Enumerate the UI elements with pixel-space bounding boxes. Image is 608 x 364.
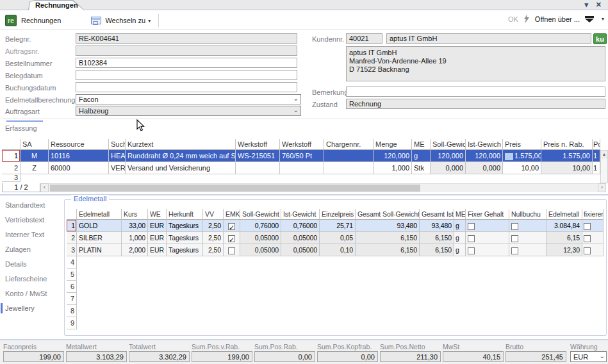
cell-we[interactable]: EUR <box>148 232 167 244</box>
edelmetall-row[interactable]: 1 GOLD 33,00 EUR Tageskurs 2,50 0,76000 … <box>67 220 604 232</box>
cell-metal[interactable]: PLATIN <box>77 244 122 256</box>
ku-button[interactable]: ku <box>593 33 607 44</box>
scroll-left-icon[interactable]: ‹ <box>40 183 49 192</box>
empty-row[interactable]: 4 <box>67 256 604 269</box>
erfassung-row[interactable]: 1 M 10116 HEA Runddraht Ø 0,24 mm weich … <box>2 150 600 162</box>
emk-checkbox[interactable] <box>228 223 235 230</box>
cell-gesamt-soll[interactable]: 93,480 <box>356 220 420 232</box>
cell-me[interactable]: g <box>412 150 431 162</box>
cell-metal[interactable]: GOLD <box>77 220 122 232</box>
row-number-cell[interactable]: 1 <box>2 150 21 162</box>
emk-checkbox[interactable] <box>228 235 235 242</box>
lightning-icon[interactable] <box>523 14 530 24</box>
cell-edelmetall-wert[interactable]: 6,15 <box>546 232 582 244</box>
cell-einzelpreis[interactable]: 0,05 <box>320 232 356 244</box>
erfassung-row[interactable]: 2 Z 60000 VER Versand und Versicherung 1… <box>2 162 600 174</box>
cell-werkstoff2[interactable] <box>280 162 324 174</box>
fixieren-checkbox[interactable] <box>584 223 591 230</box>
empty-row[interactable]: 5 <box>67 269 604 281</box>
nullbuchung-checkbox[interactable] <box>511 235 518 242</box>
cell-menge[interactable]: 1,000 <box>374 162 412 174</box>
cell-vv[interactable]: 2,50 <box>203 232 224 244</box>
cell-herkunft[interactable]: Tageskurs <box>167 244 203 256</box>
cell-einzelpreis[interactable]: 25,71 <box>320 220 356 232</box>
tab-rechnungen-label[interactable]: Rechnungen <box>35 1 78 9</box>
row-number-cell[interactable]: 3 <box>67 244 77 256</box>
fixer-gehalt-checkbox[interactable] <box>468 235 475 242</box>
cell-ist-gewicht[interactable]: 120,000 <box>466 150 503 162</box>
cell-we[interactable]: EUR <box>148 220 167 232</box>
empty-row[interactable]: 9 <box>67 317 604 329</box>
emk-checkbox[interactable] <box>228 247 235 254</box>
erfassung-section-label[interactable]: Erfassung <box>5 124 37 132</box>
cell-preis[interactable]: 10,00 <box>503 162 541 174</box>
cell-gesamt-ist[interactable]: 6,150 <box>420 244 454 256</box>
horizontal-scrollbar[interactable] <box>49 183 598 192</box>
sidebar-item[interactable]: Lieferscheine <box>5 274 47 284</box>
cell-einzelpreis[interactable]: 0,10 <box>320 244 356 256</box>
cell-kurztext[interactable]: Versand und Versicherung <box>126 162 236 174</box>
cell-sa[interactable]: M <box>21 150 49 162</box>
scrollbar-thumb[interactable] <box>50 185 420 192</box>
fixieren-checkbox[interactable] <box>584 247 591 254</box>
bemerkung-input[interactable] <box>346 87 605 97</box>
empty-row[interactable]: 3 <box>2 174 600 182</box>
edelmetall-row[interactable]: 3 PLATIN 2,000 EUR Tageskurs 2,50 0,0500… <box>67 244 604 256</box>
sidebar-item[interactable]: Jewellery <box>1 303 35 313</box>
nullbuchung-checkbox[interactable] <box>511 247 518 254</box>
wechseln-zu-button[interactable]: Wechseln zu ▾ <box>91 17 151 24</box>
currency-select[interactable]: EUR ⌄ <box>570 351 607 362</box>
cell-edelmetall-wert[interactable]: 12,30 <box>546 244 582 256</box>
cell-soll-gewicht[interactable]: 120,000 <box>431 150 466 162</box>
cell-such[interactable]: VER <box>109 162 126 174</box>
cell-gesamt-soll[interactable]: 6,150 <box>356 244 420 256</box>
cell-chargennr[interactable] <box>324 150 374 162</box>
cell-kurztext[interactable]: Runddraht Ø 0,24 mm weich auf S <box>126 150 236 162</box>
cell-vv[interactable]: 2,50 <box>203 244 224 256</box>
sidebar-item[interactable]: Vertriebstext <box>5 215 44 225</box>
cell-herkunft[interactable]: Tageskurs <box>167 232 203 244</box>
tab-menu-caret-icon[interactable]: ▾ <box>584 1 588 9</box>
bestellnummer-input[interactable] <box>76 58 297 68</box>
cell-kurs[interactable]: 2,000 <box>122 244 148 256</box>
sidebar-item[interactable]: Interner Text <box>5 229 44 240</box>
cell-chargennr[interactable] <box>324 162 374 174</box>
sidebar-item[interactable]: Konto / MwSt <box>5 288 47 299</box>
cell-preis-n-rab[interactable]: 1.575,00 <box>541 150 593 162</box>
cell-soll[interactable]: 0,05000 <box>240 232 281 244</box>
cell-me[interactable]: Stk <box>412 162 431 174</box>
cell-we[interactable]: EUR <box>148 244 167 256</box>
edelmetall-row[interactable]: 2 SILBER 1,000 EUR Tageskurs 2,50 0,0500… <box>67 232 604 244</box>
sidebar-item[interactable]: Standardtext <box>5 200 45 210</box>
nullbuchung-checkbox[interactable] <box>511 223 518 230</box>
fixer-gehalt-checkbox[interactable] <box>468 223 475 230</box>
close-icon[interactable]: ✕ <box>596 1 602 9</box>
row-number-cell[interactable]: 2 <box>2 162 21 174</box>
empty-row[interactable]: 8 <box>67 305 604 317</box>
cell-preis[interactable]: 1.575,00 <box>503 150 541 162</box>
cell-po[interactable]: 1 <box>593 162 600 174</box>
cell-kurs[interactable]: 33,00 <box>122 220 148 232</box>
cell-ist[interactable]: 0,05000 <box>281 232 320 244</box>
cell-me[interactable]: g <box>454 220 466 232</box>
cell-sa[interactable]: Z <box>21 162 49 174</box>
fixieren-checkbox[interactable] <box>584 235 591 242</box>
auftragsart-select[interactable]: Halbzeug ⌄ <box>76 106 301 116</box>
ok-button[interactable]: OK <box>508 15 518 23</box>
edelmetallberechnung-select[interactable]: Facon ⌄ <box>76 94 301 104</box>
cell-soll-gewicht[interactable]: 0,000 <box>431 162 466 174</box>
fixer-gehalt-checkbox[interactable] <box>468 247 475 254</box>
cell-po[interactable]: 1 <box>593 150 600 162</box>
cell-werkstoff1[interactable]: WS-215051 <box>236 150 280 162</box>
belegdatum-input[interactable] <box>76 70 297 80</box>
cell-gesamt-ist[interactable]: 6,150 <box>420 232 454 244</box>
cell-gesamt-ist[interactable]: 93,480 <box>420 220 454 232</box>
cell-metal[interactable]: SILBER <box>77 232 122 244</box>
cell-werkstoff1[interactable] <box>236 162 280 174</box>
cell-me[interactable]: g <box>454 232 466 244</box>
cell-preis-n-rab[interactable]: 10,00 <box>541 162 593 174</box>
scroll-up-icon[interactable]: ▲ <box>601 151 607 158</box>
sidebar-item[interactable]: Details <box>5 259 27 269</box>
empty-row[interactable]: 7 <box>67 293 604 305</box>
cell-ist-gewicht[interactable]: 0,000 <box>466 162 503 174</box>
